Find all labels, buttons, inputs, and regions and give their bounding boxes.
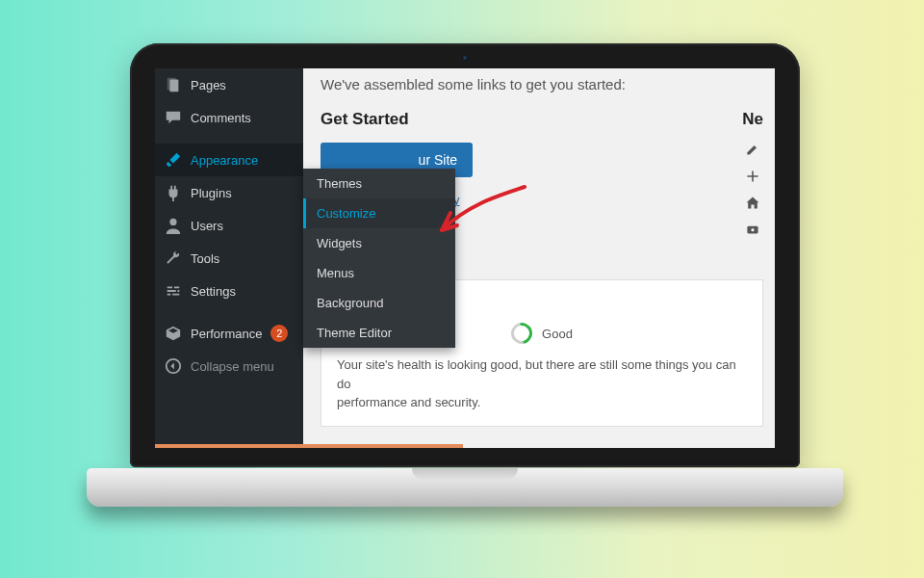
cube-icon <box>165 325 182 342</box>
sidebar-label: Users <box>191 219 223 233</box>
admin-sidebar: Pages Comments Appearance <box>155 68 303 448</box>
update-badge: 2 <box>270 325 288 342</box>
screen: Pages Comments Appearance <box>155 68 775 448</box>
svg-point-2 <box>169 219 176 225</box>
get-started-heading: Get Started <box>321 110 473 129</box>
sidebar-item-settings[interactable]: Settings <box>155 275 303 307</box>
sidebar-item-appearance[interactable]: Appearance <box>155 144 303 176</box>
laptop-bezel: Pages Comments Appearance <box>130 43 800 467</box>
user-icon <box>165 217 182 234</box>
sidebar-label: Performance <box>191 327 262 341</box>
sidebar-item-tools[interactable]: Tools <box>155 242 303 275</box>
plug-icon <box>165 184 182 201</box>
sidebar-item-performance[interactable]: Performance 2 <box>155 317 303 350</box>
svg-rect-1 <box>169 80 178 92</box>
sidebar-label: Tools <box>191 251 219 266</box>
welcome-subtext: We've assembled some links to get you st… <box>321 76 763 92</box>
sidebar-collapse[interactable]: Collapse menu <box>155 350 303 382</box>
submenu-customize[interactable]: Customize <box>303 198 455 228</box>
laptop-notch <box>412 468 518 480</box>
next-steps-heading: Ne <box>742 110 763 129</box>
health-description: Your site's health is looking good, but … <box>337 355 747 412</box>
brush-icon <box>165 151 182 169</box>
submenu-widgets[interactable]: Widgets <box>303 228 455 258</box>
collapse-icon <box>165 357 182 375</box>
view-icon[interactable] <box>742 220 763 241</box>
sliders-icon <box>165 282 182 300</box>
bottom-accent-strip <box>155 444 463 448</box>
home-icon[interactable] <box>742 193 763 214</box>
sidebar-label: Comments <box>191 111 251 125</box>
sidebar-item-users[interactable]: Users <box>155 209 303 242</box>
wrench-icon <box>165 250 182 267</box>
health-ring-icon <box>507 319 537 349</box>
submenu-themes[interactable]: Themes <box>303 169 455 198</box>
sidebar-label: Settings <box>191 284 236 299</box>
sidebar-label: Appearance <box>191 153 258 168</box>
sidebar-label: Collapse menu <box>191 359 274 374</box>
sidebar-label: Pages <box>191 78 226 92</box>
sidebar-item-comments[interactable]: Comments <box>155 101 303 134</box>
camera-dot <box>462 55 468 61</box>
comment-icon <box>165 109 182 126</box>
plus-icon[interactable] <box>742 166 763 187</box>
edit-icon[interactable] <box>742 139 763 160</box>
svg-point-5 <box>751 228 754 231</box>
pages-icon <box>165 76 182 93</box>
sidebar-label: Plugins <box>191 186 232 200</box>
sidebar-item-plugins[interactable]: Plugins <box>155 176 303 209</box>
health-status-label: Good <box>542 327 573 341</box>
laptop-frame: Pages Comments Appearance <box>130 43 800 520</box>
submenu-theme-editor[interactable]: Theme Editor <box>303 318 455 348</box>
submenu-menus[interactable]: Menus <box>303 258 455 288</box>
submenu-background[interactable]: Background <box>303 288 455 318</box>
sidebar-item-pages[interactable]: Pages <box>155 68 303 101</box>
appearance-submenu: Themes Customize Widgets Menus Backgroun… <box>303 169 455 348</box>
laptop-base <box>87 468 843 507</box>
